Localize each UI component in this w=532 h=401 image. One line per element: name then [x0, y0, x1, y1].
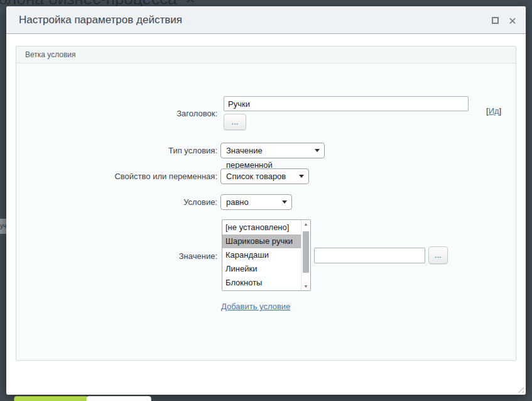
- property-label: Свойство или переменная:: [16, 172, 217, 181]
- cancel-button[interactable]: Отменить: [86, 396, 151, 401]
- dialog-body: Ветка условия Заголовок: ... [Ид] Тип ус…: [6, 34, 526, 394]
- condition-type-label: Тип условия:: [16, 146, 217, 155]
- scrollbar-thumb[interactable]: [303, 231, 309, 273]
- add-condition-link[interactable]: Добавить условие: [221, 302, 290, 311]
- dialog-titlebar: Настройка параметров действия ×: [6, 6, 526, 34]
- page-overlay: шаблона бизнес-процесса × уч Настройка п…: [0, 0, 532, 401]
- value-listbox-options: [не установлено]Шариковые ручкиКарандаши…: [222, 220, 301, 290]
- id-link-wrap: [Ид]: [486, 106, 501, 116]
- value-label: Значение:: [16, 251, 217, 261]
- operator-select[interactable]: равно: [220, 194, 292, 210]
- background-node-fragment: уч: [0, 219, 6, 234]
- title-input[interactable]: [224, 96, 469, 111]
- close-icon: ×: [509, 14, 516, 27]
- listbox-option[interactable]: Шариковые ручки: [222, 234, 301, 248]
- title-ellipsis-button[interactable]: ...: [224, 114, 246, 130]
- listbox-scrollbar[interactable]: ▲ ▼: [301, 220, 310, 290]
- listbox-option[interactable]: Карандаши: [222, 248, 301, 262]
- tab-condition-branch[interactable]: Ветка условия: [25, 50, 76, 59]
- condition-branch-panel: Ветка условия Заголовок: ... [Ид] Тип ус…: [16, 46, 516, 361]
- scroll-up-icon[interactable]: ▲: [301, 220, 310, 228]
- listbox-option[interactable]: [не установлено]: [222, 221, 301, 234]
- dialog-title: Настройка параметров действия: [6, 6, 526, 34]
- property-value: Список товаров: [226, 172, 286, 181]
- save-button[interactable]: Сохранить: [14, 396, 89, 401]
- action-settings-dialog: Настройка параметров действия × Ветка ус…: [6, 6, 526, 395]
- maximize-icon: [492, 17, 499, 24]
- close-button[interactable]: ×: [503, 6, 522, 34]
- dropdown-arrow-icon: [282, 200, 287, 204]
- value-input[interactable]: [314, 248, 425, 263]
- tabstrip: Ветка условия: [16, 47, 516, 63]
- dropdown-arrow-icon: [299, 175, 304, 178]
- property-select[interactable]: Список товаров: [220, 168, 309, 184]
- value-listbox[interactable]: [не установлено]Шариковые ручкиКарандаши…: [222, 219, 311, 291]
- dropdown-arrow-icon: [315, 149, 320, 152]
- condition-type-select[interactable]: Значение переменной: [220, 143, 325, 158]
- scroll-down-icon[interactable]: ▼: [301, 282, 310, 290]
- condition-type-value: Значение переменной: [226, 146, 273, 170]
- value-ellipsis-button[interactable]: ...: [428, 246, 448, 264]
- maximize-button[interactable]: [486, 6, 504, 34]
- listbox-option[interactable]: Линейки: [222, 262, 301, 276]
- listbox-option[interactable]: Блокноты: [222, 276, 301, 290]
- title-field-label: Заголовок:: [16, 109, 217, 118]
- operator-label: Условие:: [16, 197, 217, 207]
- id-link[interactable]: Ид: [489, 106, 499, 116]
- operator-value: равно: [226, 197, 249, 207]
- id-bracket-close: ]: [499, 106, 502, 116]
